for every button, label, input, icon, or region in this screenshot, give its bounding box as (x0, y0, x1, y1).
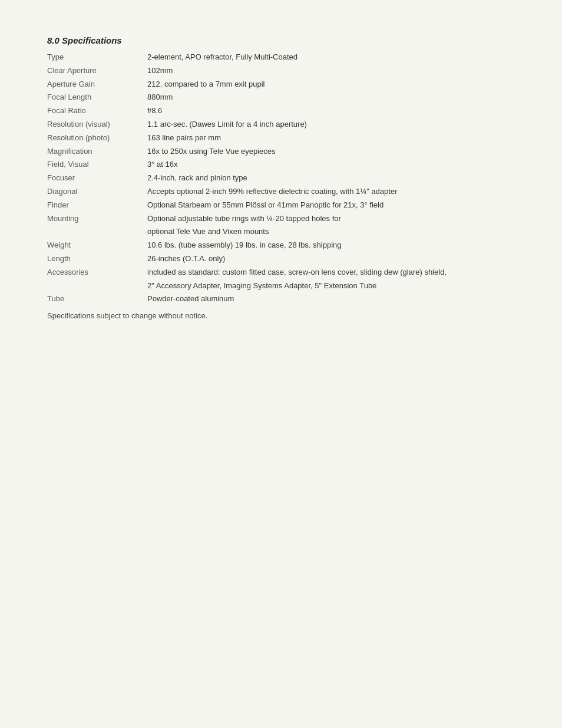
spec-value: 10.6 lbs. (tube assembly) 19 lbs. in cas… (147, 239, 515, 252)
spec-label: Resolution (photo) (47, 132, 141, 144)
page-container: 8.0 Specifications Type2-element, APO re… (47, 35, 515, 320)
spec-label: Tube (47, 293, 141, 305)
spec-value: 212, compared to a 7mm exit pupil (147, 78, 515, 91)
spec-label: Type (47, 51, 141, 64)
spec-label: Field, Visual (47, 159, 141, 171)
spec-value-continuation: 2" Accessory Adapter, Imaging Systems Ad… (147, 280, 515, 292)
spec-label: Focal Ratio (47, 105, 141, 117)
spec-label: Weight (47, 239, 141, 252)
spec-label: Aperture Gain (47, 78, 141, 91)
spec-value: included as standard: custom fitted case… (147, 266, 515, 279)
spec-label: Clear Aperture (47, 65, 141, 77)
spec-label: Accessories (47, 266, 141, 279)
spec-value: 102mm (147, 65, 515, 77)
spec-label: Diagonal (47, 186, 141, 198)
spec-value: 1.1 arc-sec. (Dawes Limit for a 4 inch a… (147, 118, 515, 131)
specs-table: Type2-element, APO refractor, Fully Mult… (47, 51, 515, 305)
spec-value: 3° at 16x (147, 159, 515, 171)
spec-label: Magnification (47, 146, 141, 158)
spec-label: Length (47, 253, 141, 265)
spec-value: 163 line pairs per mm (147, 132, 515, 144)
section-title: 8.0 Specifications (47, 35, 515, 45)
footnote: Specifications subject to change without… (47, 311, 515, 320)
spec-label-empty (47, 226, 141, 238)
spec-label-empty (47, 280, 141, 292)
spec-value-continuation: optional Tele Vue and Vixen mounts (147, 226, 515, 238)
spec-value: f/8.6 (147, 105, 515, 117)
spec-value: Powder-coated aluminum (147, 293, 515, 305)
spec-label: Focuser (47, 172, 141, 185)
spec-label: Focal Length (47, 91, 141, 104)
spec-value: 2-element, APO refractor, Fully Multi-Co… (147, 51, 515, 64)
spec-label: Resolution (visual) (47, 118, 141, 131)
spec-value: 26-inches (O.T.A. only) (147, 253, 515, 265)
spec-value: 16x to 250x using Tele Vue eyepieces (147, 146, 515, 158)
spec-value: Accepts optional 2-inch 99% reflective d… (147, 186, 515, 198)
spec-value: Optional Starbeam or 55mm Plössl or 41mm… (147, 199, 515, 212)
spec-value: 2.4-inch, rack and pinion type (147, 172, 515, 185)
spec-label: Finder (47, 199, 141, 212)
spec-value: Optional adjustable tube rings with ¼-20… (147, 213, 515, 225)
spec-label: Mounting (47, 213, 141, 225)
spec-value: 880mm (147, 91, 515, 104)
